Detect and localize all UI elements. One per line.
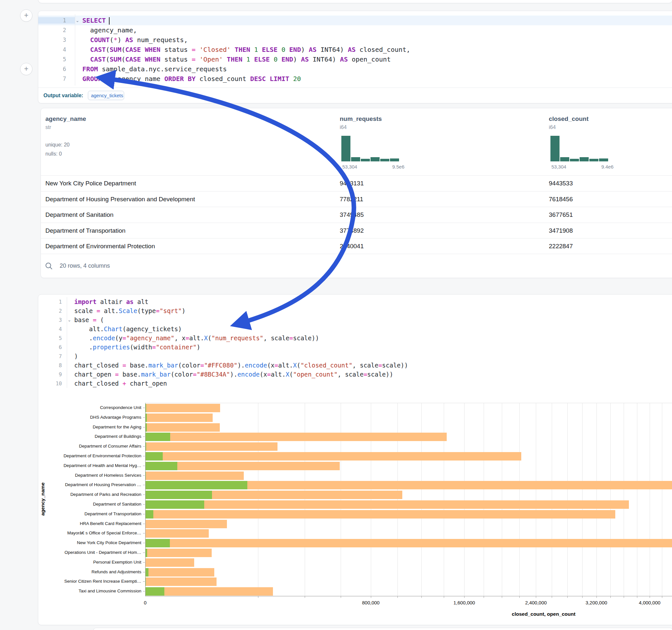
y-axis-tick	[143, 514, 145, 514]
histogram-bar	[570, 159, 579, 162]
sql-code-editor[interactable]: 1⌄SELECT2 agency_name,3 COUNT(*) AS num_…	[38, 16, 672, 83]
table-row-count: 20 rows, 4 columns	[59, 263, 110, 269]
y-axis-tick	[143, 543, 145, 543]
output-variable-row: Output variable: agency_tickets	[38, 88, 672, 103]
y-axis-tick	[143, 533, 145, 533]
x-axis-tick-label: 800,000	[362, 600, 380, 605]
line-number: 3	[38, 317, 67, 323]
table-cell: 9443533	[549, 176, 573, 192]
add-cell-button-middle[interactable]: +	[20, 63, 32, 75]
column-header[interactable]: num_requests	[340, 115, 382, 122]
dataframe-table: agency_namestrunique: 20nulls: 0num_requ…	[41, 108, 672, 278]
code-line: 4 alt.Chart(agency_tickets)	[38, 324, 672, 334]
fold-chevron-icon[interactable]: ⌄	[75, 18, 79, 23]
line-number: 4	[38, 46, 75, 53]
y-axis-tick	[143, 417, 145, 418]
x-axis-tick-label: 3,200,000	[585, 600, 607, 605]
code-line: 2scale = alt.Scale(type="sqrt")	[38, 306, 672, 315]
code-line: 7GROUP BY agency_name ORDER BY closed_co…	[38, 74, 672, 83]
code-line: 4 CAST(SUM(CASE WHEN status = 'Closed' T…	[38, 45, 672, 54]
x-axis-tick-label: 0	[144, 600, 146, 605]
histogram-max-label: 9.5e6	[392, 164, 405, 169]
code-line: 5 CAST(SUM(CASE WHEN status = 'Open' THE…	[38, 54, 672, 64]
code-text: chart_open = base.mark_bar(color="#8BC34…	[67, 371, 672, 378]
bar-closed-count	[145, 529, 209, 538]
line-number: 2	[38, 308, 67, 314]
code-text: .properties(width="container")	[67, 343, 672, 350]
y-axis-label: Taxi and Limousine Commission	[38, 588, 141, 593]
search-icon[interactable]	[45, 262, 53, 270]
column-header[interactable]: closed_count	[549, 115, 589, 122]
histogram-min-label: 53,304	[551, 164, 566, 169]
table-cell: 3749485	[340, 207, 364, 223]
code-line: 8chart_closed = base.mark_bar(color="#FF…	[38, 361, 672, 370]
gridline	[567, 403, 568, 596]
bar-closed-count	[145, 549, 212, 557]
fold-chevron-icon[interactable]: ⌄	[67, 317, 71, 322]
code-line: 10chart_closed + chart_open	[38, 379, 672, 388]
y-axis-label: Department of Sanitation	[38, 502, 141, 507]
line-number: 3	[38, 37, 75, 43]
table-cell: 9453131	[340, 176, 364, 192]
bar-closed-count	[145, 404, 220, 412]
gridline	[552, 403, 552, 596]
bar-closed-count	[145, 471, 244, 480]
code-line: 3⌄base = (	[38, 315, 672, 324]
gridline	[398, 403, 398, 596]
histogram-min-label: 53,304	[342, 164, 357, 169]
histogram-bar	[351, 157, 360, 162]
gridline	[597, 403, 597, 596]
y-axis-tick	[143, 591, 145, 591]
table-cell: 2240041	[340, 239, 364, 255]
output-variable-pill[interactable]: agency_tickets	[88, 91, 124, 100]
bar-open-count	[145, 568, 148, 577]
add-cell-button-top[interactable]: +	[20, 9, 32, 22]
line-number: 7	[38, 75, 75, 82]
y-axis-label: Department for the Aging	[38, 425, 141, 429]
table-row: Department of Housing Preservation and D…	[41, 191, 672, 208]
column-header[interactable]: agency_name	[45, 115, 86, 122]
bar-closed-count	[145, 558, 194, 567]
code-line: 1import altair as alt	[38, 297, 672, 306]
gridline	[258, 403, 258, 596]
line-number: 10	[38, 381, 67, 387]
python-code-editor[interactable]: 1import altair as alt2scale = alt.Scale(…	[38, 297, 672, 388]
bar-open-count	[145, 510, 153, 518]
code-text: scale = alt.Scale(type="sqrt")	[67, 307, 672, 314]
y-axis-label: DHS Advantage Programs	[38, 415, 141, 420]
plot-area	[145, 403, 672, 596]
code-text: FROM sample_data.nyc.service_requests	[75, 65, 672, 73]
y-axis-label: Department of Health and Mental Hyg…	[38, 463, 141, 468]
next-cell-fragment	[93, 628, 672, 630]
x-axis-tick-label: 1,600,000	[454, 600, 475, 605]
column-stat: nulls: 0	[45, 151, 62, 157]
y-axis-label: New York City Police Department	[38, 540, 141, 545]
bar-closed-count	[145, 578, 217, 586]
code-line: 9chart_open = base.mark_bar(color="#8BC3…	[38, 370, 672, 379]
gridline	[582, 403, 582, 596]
bar-closed-count	[145, 587, 273, 596]
gridline	[650, 403, 650, 596]
code-text: CAST(SUM(CASE WHEN status = 'Open' THEN …	[75, 55, 672, 63]
bar-closed-count	[145, 510, 615, 518]
histogram-bar	[599, 159, 608, 162]
y-axis-label: Department of Homeless Services	[38, 473, 141, 478]
histogram-bar	[580, 157, 589, 162]
x-axis-title: closed_count, open_count	[505, 611, 582, 617]
table-cell: 3471908	[549, 223, 573, 239]
y-axis-tick	[143, 427, 145, 428]
code-line: 5 .encode(y="agency_name", x=alt.X("num_…	[38, 334, 672, 343]
bar-open-count	[145, 491, 212, 499]
line-number: 6	[38, 66, 75, 72]
column-type: i64	[549, 124, 556, 130]
y-axis-tick	[143, 466, 145, 466]
histogram-bar	[560, 157, 569, 162]
line-number: 8	[38, 362, 67, 368]
gridline	[484, 403, 484, 596]
code-text: import altair as alt	[67, 298, 672, 305]
bar-closed-count	[145, 500, 629, 509]
code-text: .encode(y="agency_name", x=alt.X("num_re…	[67, 335, 672, 342]
code-line: 3 COUNT(*) AS num_requests,	[38, 35, 672, 45]
histogram-bar	[390, 159, 399, 162]
gridline	[422, 403, 422, 596]
